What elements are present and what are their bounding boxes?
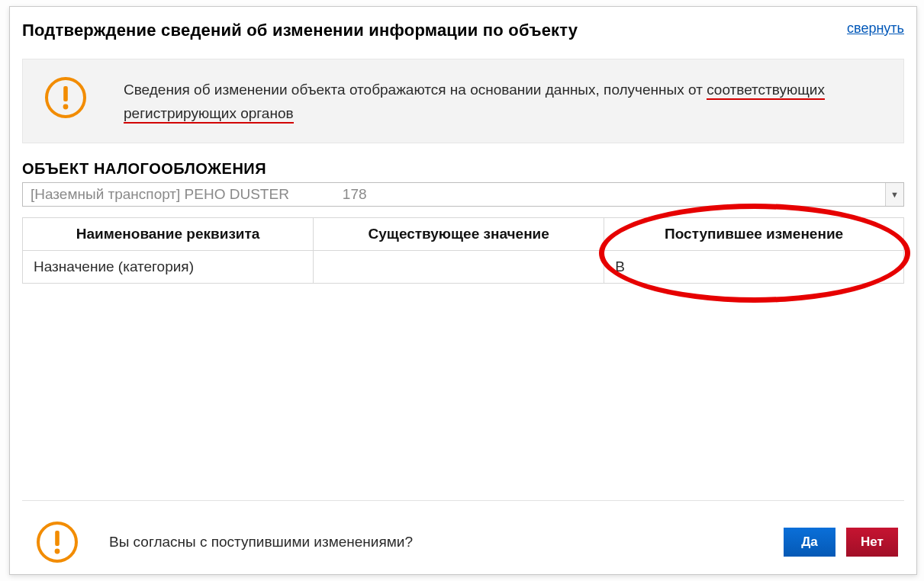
- svg-point-5: [55, 549, 60, 554]
- collapse-link[interactable]: свернуть: [847, 21, 904, 37]
- confirmation-dialog: Подтверждение сведений об изменении инфо…: [9, 6, 917, 575]
- info-text-underlined-1: соответствующих: [707, 82, 825, 100]
- warning-icon: [36, 521, 79, 563]
- changes-table: Наименование реквизита Существующее знач…: [22, 217, 904, 284]
- svg-point-2: [63, 104, 69, 110]
- info-text-prefix: Сведения об изменении объекта отображают…: [124, 82, 707, 98]
- dialog-header: Подтверждение сведений об изменении инфо…: [10, 7, 916, 53]
- col-header-name: Наименование реквизита: [23, 217, 314, 250]
- cell-existing: [314, 250, 604, 283]
- yes-button[interactable]: Да: [784, 528, 835, 557]
- dialog-title: Подтверждение сведений об изменении инфо…: [22, 21, 578, 40]
- confirmation-question: Вы согласны с поступившими изменениями?: [109, 534, 753, 551]
- cell-incoming: В: [604, 250, 904, 283]
- object-select-value-suffix: 178: [343, 186, 367, 203]
- object-select-wrap: [Наземный транспорт] РЕНО DUSTER 178 ▼: [22, 182, 904, 207]
- svg-rect-1: [63, 86, 68, 101]
- chevron-down-icon[interactable]: ▼: [885, 183, 903, 206]
- object-select[interactable]: [Наземный транспорт] РЕНО DUSTER 178: [22, 182, 904, 207]
- no-button[interactable]: Нет: [846, 528, 898, 557]
- table-header-row: Наименование реквизита Существующее знач…: [23, 217, 904, 250]
- table-row: Назначение (категория) В: [23, 250, 904, 283]
- cell-name: Назначение (категория): [23, 250, 314, 283]
- section-label: ОБЪЕКТ НАЛОГООБЛОЖЕНИЯ: [10, 157, 916, 182]
- dialog-footer: Вы согласны с поступившими изменениями? …: [22, 500, 904, 563]
- info-banner: Сведения об изменении объекта отображают…: [22, 59, 904, 143]
- col-header-existing: Существующее значение: [314, 217, 604, 250]
- svg-rect-4: [55, 531, 60, 546]
- col-header-incoming: Поступившее изменение: [604, 217, 904, 250]
- button-row: Да Нет: [784, 528, 898, 557]
- object-select-value-prefix: [Наземный транспорт] РЕНО DUSTER: [31, 186, 289, 203]
- info-text: Сведения об изменении объекта отображают…: [124, 76, 825, 126]
- warning-icon: [44, 76, 87, 119]
- info-text-underlined-2: регистрирующих органов: [124, 105, 294, 124]
